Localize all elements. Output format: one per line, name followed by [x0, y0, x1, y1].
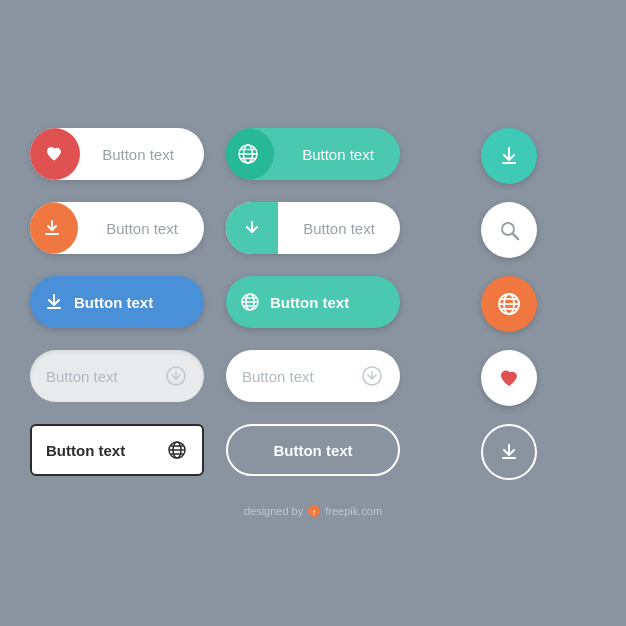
svg-line-8	[513, 234, 518, 239]
globe-icon-circle	[226, 128, 274, 180]
button-label: Button text	[278, 220, 400, 237]
white-pill-button: Button text	[226, 350, 400, 402]
svg-rect-9	[47, 307, 61, 309]
button-label: Button text	[82, 146, 204, 163]
button-label: Button text	[242, 368, 314, 385]
teal-arrow-pill-button[interactable]: Button text	[226, 202, 400, 254]
footer: designed by f freepik.com	[244, 504, 382, 518]
outline-rect-globe-button[interactable]: Button text	[30, 424, 204, 476]
search-circle-button[interactable]	[481, 202, 537, 258]
globe-icon	[240, 292, 260, 312]
teal-globe-solid-pill-button[interactable]: Button text	[226, 276, 400, 328]
red-heart-pill-button[interactable]: Button text	[30, 128, 204, 180]
disabled-pill-button-1: Button text	[30, 350, 204, 402]
search-icon	[497, 218, 521, 242]
outline-circle-download-button[interactable]	[481, 424, 537, 480]
orange-globe-circle-button[interactable]	[481, 276, 537, 332]
arrow-icon-side	[226, 202, 278, 254]
outline-pill-button[interactable]: Button text	[226, 424, 400, 476]
heart-icon-circle	[30, 128, 80, 180]
heart-circle-button[interactable]	[481, 350, 537, 406]
download-icon-ghost	[360, 364, 384, 388]
button-label: Button text	[273, 442, 352, 459]
download-icon	[44, 292, 64, 312]
globe-icon-outline	[166, 439, 188, 461]
download-icon-circle	[30, 202, 78, 254]
svg-rect-27	[502, 457, 516, 459]
button-label: Button text	[46, 442, 125, 459]
footer-site: freepik.com	[325, 505, 382, 517]
svg-rect-6	[45, 233, 59, 235]
button-label: Button text	[270, 294, 349, 311]
button-label: Button text	[276, 146, 400, 163]
blue-download-pill-button[interactable]: Button text	[30, 276, 204, 328]
globe-icon	[496, 291, 522, 317]
download-icon-outline	[498, 441, 520, 463]
svg-rect-5	[502, 162, 516, 164]
download-icon-disabled	[164, 364, 188, 388]
orange-download-pill-button[interactable]: Button text	[30, 202, 204, 254]
svg-text:f: f	[313, 509, 315, 516]
freepik-logo-icon: f	[307, 504, 321, 518]
button-label: Button text	[46, 368, 118, 385]
heart-icon	[497, 366, 521, 390]
button-label: Button text	[80, 220, 204, 237]
download-icon	[497, 144, 521, 168]
teal-download-circle-button[interactable]	[481, 128, 537, 184]
teal-globe-pill-button[interactable]: Button text	[226, 128, 400, 180]
button-label: Button text	[74, 294, 153, 311]
footer-text: designed by	[244, 505, 303, 517]
